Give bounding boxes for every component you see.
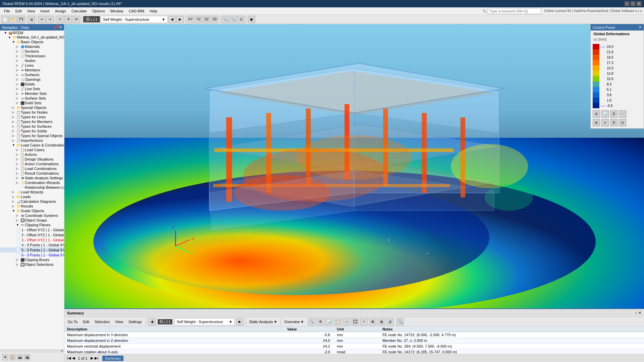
tree-surfaces[interactable]: ▷ ▭ Surfaces: [0, 72, 64, 77]
tree-clipping-6[interactable]: 📄 6 - 3 Points | 1 - Global XY: [0, 252, 64, 257]
cp-list-btn[interactable]: ☰: [610, 110, 618, 118]
summary-tb-btn7[interactable]: ✓: [360, 318, 368, 325]
view-yz[interactable]: YZ: [195, 16, 202, 23]
nav-close-button[interactable]: ✕: [59, 25, 62, 29]
tree-results[interactable]: ▷ 📁 Results: [0, 204, 64, 208]
zoom-out[interactable]: 🔍: [229, 16, 237, 23]
analysis-type-dropdown[interactable]: Static Analysis ▼: [248, 320, 279, 324]
tree-clipping-planes[interactable]: ▼ ✂ Clipping Planes: [0, 223, 64, 227]
cp-bottom-btn4[interactable]: ⊡: [619, 119, 626, 126]
zoom-in[interactable]: 🔍: [221, 16, 229, 23]
tree-types-lines[interactable]: ▷ 📋 Types for Lines: [0, 115, 64, 119]
menu-file[interactable]: File: [1, 8, 13, 14]
tree-basic-objects[interactable]: ▼ 📁 Basic Objects: [0, 40, 64, 44]
tree-types-surfaces[interactable]: ▷ 📋 Types for Surfaces: [0, 124, 64, 129]
undo-button[interactable]: ↩: [38, 16, 46, 23]
move-button[interactable]: ✛: [65, 16, 72, 23]
tree-load-wizards[interactable]: ▷ ✨ Load Wizards: [0, 190, 64, 194]
tree-clipping-boxes[interactable]: ▷ ⬛ Clipping Boxes: [0, 257, 64, 262]
tree-solids[interactable]: ▷ ⬛ Solids: [0, 82, 64, 86]
summary-settings[interactable]: Settings: [126, 319, 144, 324]
summary-prev[interactable]: ◀: [148, 318, 156, 325]
close-button[interactable]: ✕: [637, 1, 641, 6]
render-button[interactable]: ▣: [248, 16, 255, 23]
tree-openings[interactable]: ▷ □ Openings: [0, 77, 64, 82]
new-button[interactable]: 📄: [1, 16, 9, 23]
summary-tb-btn2[interactable]: ⚙: [317, 318, 324, 325]
nav-pin-button[interactable]: 📌: [54, 25, 58, 29]
menu-calculate[interactable]: Calculate: [69, 8, 90, 14]
cp-bottom-btn3[interactable]: ☰: [610, 119, 618, 126]
summary-tb-btn6[interactable]: 🔲: [352, 318, 359, 325]
summary-tb-btn5[interactable]: ↔: [343, 318, 350, 325]
tree-calc-diagrams[interactable]: ▷ 📊 Calculation Diagrams: [0, 199, 64, 204]
footer-nav-next[interactable]: ▶: [91, 356, 93, 360]
summary-close-btn[interactable]: ✕: [638, 311, 641, 315]
tree-nodes[interactable]: ▷ · Nodes: [0, 58, 64, 63]
summary-goto[interactable]: Go To: [66, 319, 79, 324]
tree-guide-objects[interactable]: ▼ 📁 Guide Objects: [0, 208, 64, 213]
tree-rfem-root[interactable]: ▼ 📦 RFEM: [0, 31, 64, 35]
cp-bottom-btn1[interactable]: ⊞: [593, 119, 600, 126]
nav-icon-2[interactable]: 🏠: [9, 354, 15, 360]
print-button[interactable]: 🖨: [28, 16, 35, 23]
tree-relationship[interactable]: 📄 Relationship Between Load C: [0, 185, 64, 190]
menu-cad-bim[interactable]: CAD-BIM: [126, 8, 147, 14]
tree-member-sets[interactable]: ▷ ━ Member Sets: [0, 91, 64, 96]
summary-print-btn[interactable]: 🖨: [386, 318, 394, 325]
zoom-fit[interactable]: ⊡: [237, 16, 245, 23]
tree-object-selections[interactable]: ▷ 🔲 Object Selections: [0, 262, 64, 267]
tree-project[interactable]: ▼ 📁 Webinar_GA-1_all-updated_NO-resul: [0, 35, 64, 40]
nav-icon-3[interactable]: 📷: [17, 354, 23, 360]
prev-lc-button[interactable]: ◀: [168, 16, 176, 23]
tree-action-combinations[interactable]: ▷ 📋 Action Combinations: [0, 162, 64, 166]
summary-view[interactable]: View: [113, 319, 125, 324]
tree-materials[interactable]: ▷ 🔷 Materials: [0, 44, 64, 49]
summary-tb-btn4[interactable]: 📋: [334, 318, 341, 325]
minimize-button[interactable]: ─: [625, 1, 629, 6]
control-panel-close[interactable]: ✕: [639, 25, 642, 29]
rotate-button[interactable]: ⟳: [73, 16, 80, 23]
tree-sections[interactable]: ▷ ⬜ Sections: [0, 49, 64, 54]
tree-coordinate-systems[interactable]: ▷ ⊕ Coordinate Systems: [0, 213, 64, 218]
menu-insert[interactable]: Insert: [38, 8, 52, 14]
tree-special-objects[interactable]: ▷ 📁 Special Objects: [0, 105, 64, 110]
footer-nav-last[interactable]: ▶|: [95, 356, 98, 360]
tree-clipping-3[interactable]: 📄 3 - Offset XYZ | 1 - Global X: [0, 237, 64, 242]
overview-dropdown[interactable]: Overview ▼: [283, 320, 306, 324]
summary-expand-btn[interactable]: ↕: [635, 311, 637, 315]
tree-load-cases[interactable]: ▷ 📋 Load Cases: [0, 147, 64, 152]
tree-line-sets[interactable]: ▷ ╱ Line Sets: [0, 86, 64, 91]
footer-nav-prev[interactable]: ◀: [72, 356, 75, 360]
redo-button[interactable]: ↪: [46, 16, 54, 23]
summary-tb-btn1[interactable]: 🔍: [308, 318, 315, 325]
open-button[interactable]: 📂: [9, 16, 17, 23]
tree-load-combinations[interactable]: ▷ 📋 Load Combinations: [0, 166, 64, 171]
view-3d[interactable]: 3D: [211, 16, 218, 23]
tree-combination-wizards[interactable]: ▷ ✨ Combination Wizards: [0, 180, 64, 185]
menu-edit[interactable]: Edit: [13, 8, 24, 14]
save-button[interactable]: 💾: [17, 16, 25, 23]
summary-tb-btn8[interactable]: ⊠: [369, 318, 376, 325]
tree-members[interactable]: ▷ ━ Members: [0, 68, 64, 72]
select-button[interactable]: ↖: [57, 16, 64, 23]
tree-clipping-2[interactable]: 📄 2 - Offset XYZ | 1 - Global X: [0, 232, 64, 237]
tree-types-solids[interactable]: ▷ 📋 Types for Solids: [0, 129, 64, 133]
summary-selection[interactable]: Selection: [93, 319, 112, 324]
3d-viewport[interactable]: X Y Z • • Control Panel ✕ Global Deforma…: [64, 24, 644, 308]
tree-actions[interactable]: ▷ 📋 Actions: [0, 152, 64, 157]
tree-result-combinations[interactable]: ▷ 📋 Result Combinations: [0, 171, 64, 176]
tree-load-cases-comb[interactable]: ▼ 📁 Load Cases & Combinations: [0, 143, 64, 147]
tree-solid-sets[interactable]: ▷ ⬛ Solid Sets: [0, 101, 64, 105]
view-xy[interactable]: XY: [187, 16, 194, 23]
summary-tb-btn9[interactable]: ▤: [378, 318, 385, 325]
keyword-search[interactable]: [488, 8, 541, 14]
nav-icon-1[interactable]: 👁: [2, 354, 8, 360]
summary-lc-dropdown[interactable]: Self Weight - Superstructure ▼: [174, 318, 235, 325]
tree-object-snaps[interactable]: ▷ 🔲 Object Snaps: [0, 218, 64, 223]
tree-lines[interactable]: ▷ ╱ Lines: [0, 63, 64, 68]
lc-name-dropdown[interactable]: Self Weight - Superstructure ▼: [101, 16, 168, 23]
summary-next[interactable]: ▶: [236, 318, 244, 325]
tree-clipping-5[interactable]: 📄 5 - 3 Points | 1 - Global XYZ: [0, 247, 64, 252]
tree-types-members[interactable]: ▷ 📋 Types for Members: [0, 119, 64, 124]
